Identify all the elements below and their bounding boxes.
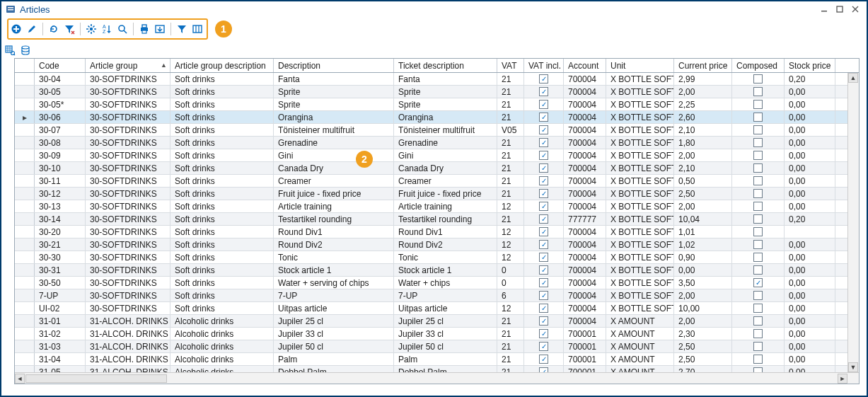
table-row[interactable]: 30-5030-SOFTDRINKSSoft drinksWater + ser… bbox=[15, 277, 847, 289]
vatincl-checkbox[interactable]: ✓ bbox=[539, 342, 548, 351]
sort-button[interactable]: AZ bbox=[99, 21, 115, 37]
edit-button[interactable] bbox=[24, 21, 40, 37]
vatincl-checkbox[interactable]: ✓ bbox=[539, 265, 548, 275]
vatincl-checkbox[interactable]: ✓ bbox=[539, 355, 548, 364]
filter-clear-button[interactable] bbox=[62, 21, 77, 37]
table-row[interactable]: 31-0231-ALCOH. DRINKSAlcoholic drinksJup… bbox=[15, 328, 847, 340]
composed-checkbox[interactable] bbox=[753, 125, 763, 134]
table-row[interactable]: 30-1430-SOFTDRINKSSoft drinksTestartikel… bbox=[15, 213, 847, 226]
table-row[interactable]: 30-3030-SOFTDRINKSSoft drinksTonicTonic1… bbox=[15, 251, 847, 264]
table-row[interactable]: UI-0230-SOFTDRINKSSoft drinksUitpas arti… bbox=[15, 302, 847, 315]
vatincl-checkbox[interactable]: ✓ bbox=[539, 151, 548, 160]
add-button[interactable] bbox=[8, 21, 24, 37]
composed-checkbox[interactable] bbox=[753, 316, 763, 326]
composed-checkbox[interactable] bbox=[753, 304, 763, 313]
table-row[interactable]: 30-3130-SOFTDRINKSSoft drinksStock artic… bbox=[15, 264, 847, 277]
column-header-vat[interactable]: VAT bbox=[497, 59, 524, 72]
filter-button[interactable] bbox=[174, 21, 190, 37]
table-row[interactable]: 30-0930-SOFTDRINKSSoft drinksGiniGini21✓… bbox=[15, 149, 847, 162]
composed-checkbox[interactable] bbox=[753, 291, 763, 300]
composed-checkbox[interactable] bbox=[753, 342, 763, 351]
scroll-right-button[interactable]: ► bbox=[838, 374, 847, 384]
horizontal-scrollbar[interactable]: ◄ ► bbox=[15, 372, 859, 384]
composed-checkbox[interactable] bbox=[753, 163, 763, 173]
print-button[interactable] bbox=[137, 21, 152, 37]
table-row[interactable]: 30-0430-SOFTDRINKSSoft drinksFantaFanta2… bbox=[15, 73, 847, 86]
column-header-stock[interactable]: Stock price bbox=[785, 59, 835, 72]
composed-checkbox[interactable] bbox=[753, 265, 763, 275]
vertical-scrollbar[interactable]: ▲ ▼ bbox=[847, 73, 859, 372]
hscroll-thumb[interactable] bbox=[25, 374, 167, 383]
vatincl-checkbox[interactable]: ✓ bbox=[539, 100, 548, 109]
table-row[interactable]: 30-0730-SOFTDRINKSSoft drinksTönisteiner… bbox=[15, 124, 847, 137]
grid-view-button[interactable] bbox=[4, 44, 16, 57]
composed-checkbox[interactable] bbox=[753, 202, 763, 211]
vatincl-checkbox[interactable]: ✓ bbox=[539, 253, 548, 262]
vatincl-checkbox[interactable]: ✓ bbox=[539, 304, 548, 313]
composed-checkbox[interactable] bbox=[753, 214, 763, 224]
composed-checkbox[interactable] bbox=[753, 113, 763, 122]
column-header-groupdesc[interactable]: Article group description bbox=[170, 59, 274, 72]
composed-checkbox[interactable] bbox=[753, 176, 763, 185]
composed-checkbox[interactable] bbox=[753, 367, 763, 372]
scroll-left-button[interactable]: ◄ bbox=[15, 374, 25, 384]
table-row[interactable]: 30-1230-SOFTDRINKSSoft drinksFruit juice… bbox=[15, 188, 847, 200]
vatincl-checkbox[interactable]: ✓ bbox=[539, 367, 548, 372]
table-row[interactable]: 30-1130-SOFTDRINKSSoft drinksCreamerCrea… bbox=[15, 175, 847, 188]
composed-checkbox[interactable] bbox=[753, 87, 763, 96]
vatincl-checkbox[interactable]: ✓ bbox=[539, 214, 548, 224]
vatincl-checkbox[interactable]: ✓ bbox=[539, 163, 548, 173]
scroll-down-button[interactable]: ▼ bbox=[848, 362, 858, 372]
table-row[interactable]: 31-0331-ALCOH. DRINKSAlcoholic drinksJup… bbox=[15, 340, 847, 353]
table-row[interactable]: 30-0830-SOFTDRINKSSoft drinksGrenadineGr… bbox=[15, 137, 847, 149]
scroll-up-button[interactable]: ▲ bbox=[848, 73, 858, 83]
vatincl-checkbox[interactable]: ✓ bbox=[539, 189, 548, 198]
composed-checkbox[interactable]: ✓ bbox=[753, 278, 763, 287]
column-header-price[interactable]: Current price bbox=[674, 59, 732, 72]
table-row[interactable]: 31-0531-ALCOH. DRINKSAlcoholic drinksDob… bbox=[15, 366, 847, 372]
table-row[interactable]: 7-UP30-SOFTDRINKSSoft drinks7-UP7-UP6✓70… bbox=[15, 289, 847, 302]
vatincl-checkbox[interactable]: ✓ bbox=[539, 278, 548, 287]
composed-checkbox[interactable] bbox=[753, 74, 763, 84]
composed-checkbox[interactable] bbox=[753, 227, 763, 236]
search-button[interactable] bbox=[115, 21, 130, 37]
composed-checkbox[interactable] bbox=[753, 151, 763, 160]
maximize-button[interactable] bbox=[833, 4, 847, 15]
vatincl-checkbox[interactable]: ✓ bbox=[539, 291, 548, 300]
column-header-code[interactable]: Code bbox=[35, 59, 86, 72]
table-row[interactable]: ▸30-0630-SOFTDRINKSSoft drinksOranginaOr… bbox=[15, 111, 847, 124]
column-header-composed[interactable]: Composed bbox=[732, 59, 785, 72]
column-header-rowhead[interactable] bbox=[15, 59, 35, 72]
column-header-unit[interactable]: Unit bbox=[606, 59, 674, 72]
column-header-account[interactable]: Account bbox=[564, 59, 606, 72]
vatincl-checkbox[interactable]: ✓ bbox=[539, 202, 548, 211]
composed-checkbox[interactable] bbox=[753, 189, 763, 198]
composed-checkbox[interactable] bbox=[753, 355, 763, 364]
table-row[interactable]: 31-0431-ALCOH. DRINKSAlcoholic drinksPal… bbox=[15, 353, 847, 366]
database-view-button[interactable] bbox=[20, 44, 31, 57]
table-row[interactable]: 30-0530-SOFTDRINKSSoft drinksSpriteSprit… bbox=[15, 86, 847, 98]
vatincl-checkbox[interactable]: ✓ bbox=[539, 113, 548, 122]
close-button[interactable] bbox=[848, 4, 862, 15]
vatincl-checkbox[interactable]: ✓ bbox=[539, 176, 548, 185]
minimize-button[interactable] bbox=[817, 4, 831, 15]
composed-checkbox[interactable] bbox=[753, 240, 763, 249]
export-button[interactable] bbox=[152, 21, 168, 37]
column-header-ticket[interactable]: Ticket description bbox=[394, 59, 497, 72]
vatincl-checkbox[interactable]: ✓ bbox=[539, 87, 548, 96]
vatincl-checkbox[interactable]: ✓ bbox=[539, 125, 548, 134]
vatincl-checkbox[interactable]: ✓ bbox=[539, 227, 548, 236]
vatincl-checkbox[interactable]: ✓ bbox=[539, 240, 548, 249]
settings-button[interactable] bbox=[83, 21, 99, 37]
column-header-vatincl[interactable]: VAT incl. bbox=[524, 59, 564, 72]
column-header-desc[interactable]: Description bbox=[274, 59, 394, 72]
composed-checkbox[interactable] bbox=[753, 100, 763, 109]
composed-checkbox[interactable] bbox=[753, 329, 763, 338]
table-row[interactable]: 30-2130-SOFTDRINKSSoft drinksRound Div2R… bbox=[15, 238, 847, 251]
vatincl-checkbox[interactable]: ✓ bbox=[539, 316, 548, 326]
composed-checkbox[interactable] bbox=[753, 253, 763, 262]
vatincl-checkbox[interactable]: ✓ bbox=[539, 138, 548, 147]
refresh-button[interactable] bbox=[46, 21, 62, 37]
table-row[interactable]: 30-2030-SOFTDRINKSSoft drinksRound Div1R… bbox=[15, 226, 847, 238]
composed-checkbox[interactable] bbox=[753, 138, 763, 147]
